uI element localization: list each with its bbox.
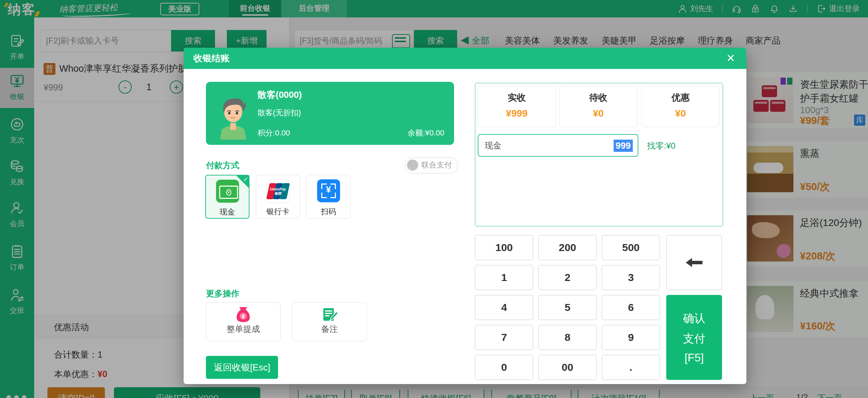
numpad-key-00[interactable]: 00 — [538, 355, 597, 380]
customer-type: 散客(无折扣) — [258, 108, 301, 118]
pay-method-label: 现金 — [206, 207, 249, 217]
numpad-key-9[interactable]: 9 — [602, 325, 660, 350]
cash-input-label: 现金 — [485, 135, 501, 156]
confirm-line: [F5] — [666, 351, 722, 364]
customer-balance: 余额:¥0.00 — [408, 128, 444, 138]
confirm-line: 确认 — [666, 311, 722, 326]
close-icon[interactable]: × — [723, 50, 739, 66]
modal-title: 收银结账 — [193, 48, 230, 69]
points-label: 积分: — [258, 128, 275, 137]
numpad-key-200[interactable]: 200 — [538, 235, 597, 260]
backspace-arrow-icon — [685, 257, 703, 268]
discount-label: 优惠 — [642, 92, 719, 104]
discount-value: ¥0 — [642, 108, 719, 119]
more-section-label: 更多操作 — [206, 288, 239, 299]
confirm-line: 支付 — [666, 331, 722, 346]
toggle-knob — [407, 159, 418, 171]
numpad-key-2[interactable]: 2 — [538, 265, 597, 290]
money-bag-icon: ¥ — [206, 306, 280, 323]
received-label: 实收 — [478, 92, 555, 104]
unionpay-en: UnionPay — [270, 187, 286, 191]
pay-method-label: 银行卡 — [256, 206, 300, 217]
customer-avatar — [218, 96, 248, 140]
pending-value: ¥0 — [560, 108, 637, 119]
discount-box: 优惠 ¥0 — [642, 86, 720, 127]
backspace-button[interactable] — [666, 235, 722, 290]
checkout-modal: 收银结账 × 散客(0000) 散客(无折扣) 积分:0.00 余额:¥0.00… — [184, 48, 746, 384]
numpad-key-100[interactable]: 100 — [475, 235, 533, 260]
more-item-label: 备注 — [292, 323, 367, 335]
numpad-key-500[interactable]: 500 — [602, 235, 660, 260]
customer-points: 积分:0.00 — [258, 128, 290, 138]
customer-name: 散客(0000) — [258, 89, 302, 101]
numpad-key-6[interactable]: 6 — [602, 295, 660, 320]
received-box: 实收 ¥999 — [478, 86, 556, 127]
pay-method-label: 扫码 — [307, 206, 350, 217]
pay-method-cash[interactable]: ✓ ¥ 现金 — [205, 175, 249, 219]
customer-card: 散客(0000) 散客(无折扣) 积分:0.00 余额:¥0.00 — [206, 82, 454, 145]
numpad-key-8[interactable]: 8 — [538, 325, 597, 350]
balance-label: 余额: — [408, 128, 425, 137]
balance-value: ¥0.00 — [425, 128, 444, 137]
pending-label: 待收 — [560, 92, 637, 104]
numpad-key-5[interactable]: 5 — [538, 295, 597, 320]
pos-app: 纳客 纳客管店更轻松 美业版 前台收银 后台管理 刘先生 退出登录 — [0, 0, 868, 398]
cash-icon: ¥ — [216, 180, 239, 203]
unionpay-cn: 银联 — [275, 192, 282, 195]
cash-input-value-selected: 999 — [614, 140, 633, 152]
joint-pay-label: 联合支付 — [421, 158, 452, 172]
points-value: 0.00 — [275, 128, 290, 137]
numpad-key-4[interactable]: 4 — [475, 295, 533, 320]
numpad-key-1[interactable]: 1 — [475, 265, 533, 290]
numpad-key-3[interactable]: 3 — [602, 265, 660, 290]
back-to-cashier-button[interactable]: 返回收银[Esc] — [206, 356, 278, 379]
whole-order-commission-button[interactable]: ¥ 整单提成 — [206, 302, 281, 341]
pay-method-scan[interactable]: ¥ 扫码 — [306, 175, 351, 219]
note-pen-icon — [292, 306, 367, 323]
svg-text:¥: ¥ — [242, 314, 245, 320]
cash-amount-input[interactable]: 现金 999 — [478, 134, 638, 157]
change-due-label: 找零:¥0 — [647, 140, 675, 151]
more-item-label: 整单提成 — [206, 323, 280, 335]
pending-box: 待收 ¥0 — [559, 86, 637, 127]
scan-qr-icon: ¥ — [317, 179, 340, 202]
numpad-key-7[interactable]: 7 — [475, 325, 533, 350]
confirm-pay-button[interactable]: 确认 支付 [F5] — [666, 295, 722, 380]
received-value: ¥999 — [478, 108, 555, 119]
payment-section-label: 付款方式 — [206, 160, 239, 171]
remark-button[interactable]: 备注 — [292, 302, 367, 341]
joint-pay-toggle[interactable]: 联合支付 — [405, 157, 458, 173]
modal-header — [184, 48, 746, 69]
numpad-key-0[interactable]: 0 — [475, 355, 533, 380]
pay-method-bankcard[interactable]: UnionPay银联 银行卡 — [256, 175, 300, 219]
unionpay-icon: UnionPay银联 — [266, 179, 290, 203]
numpad-key-dot[interactable]: . — [602, 355, 660, 380]
